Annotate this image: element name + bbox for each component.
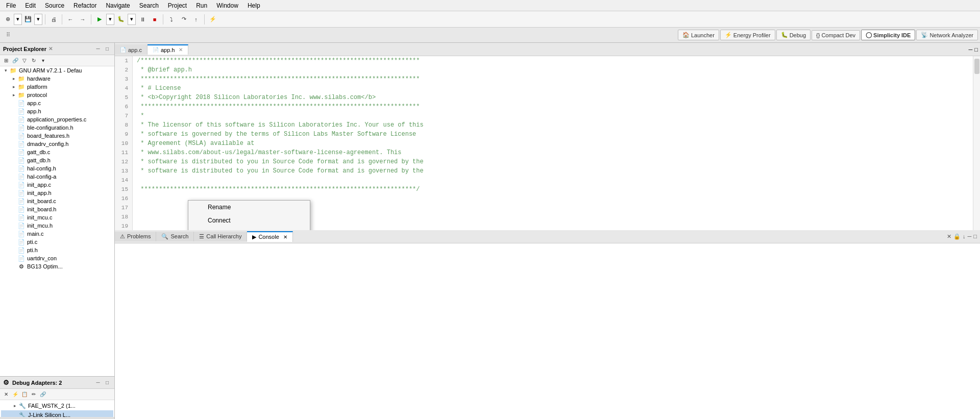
- debug-toolbar-btn1[interactable]: ✕: [2, 390, 10, 399]
- toolbar-step-return-btn[interactable]: ↑: [190, 14, 202, 25]
- editor-tab-app-h[interactable]: 📄 app.h ✕: [148, 44, 189, 55]
- toolbar-forward-btn[interactable]: →: [77, 14, 88, 25]
- tree-item[interactable]: 📄gatt_db.c: [0, 148, 114, 156]
- editor-content[interactable]: 1234567891011121314151617181920212223242…: [115, 56, 980, 230]
- debug-minimize-icon[interactable]: ─: [94, 379, 102, 387]
- app-h-tab-close-icon[interactable]: ✕: [179, 47, 183, 53]
- editor-tab-app-c[interactable]: 📄 app.c: [115, 44, 148, 55]
- menu-navigate[interactable]: Navigate: [102, 1, 134, 10]
- bottom-tab-call-hierarchy[interactable]: ☰ Call Hierarchy: [194, 232, 247, 241]
- tree-filter-btn[interactable]: ▽: [20, 57, 29, 65]
- minimize-icon[interactable]: ─: [94, 45, 102, 53]
- debug-toolbar-btn4[interactable]: ✏: [30, 390, 38, 399]
- perspective-compact-dev[interactable]: {} Compact Dev: [812, 30, 860, 40]
- tree-item[interactable]: 📄main.c: [0, 230, 114, 238]
- tree-item[interactable]: 📄gatt_db.h: [0, 156, 114, 164]
- toolbar-print-btn[interactable]: 🖨: [48, 14, 59, 25]
- menu-help[interactable]: Help: [243, 1, 264, 10]
- tree-item[interactable]: ⚙BG13 Optim...: [0, 262, 114, 270]
- debug-adapter-item[interactable]: ▸🔧FAE_WSTK_2 (1...: [1, 401, 113, 410]
- bottom-clear-icon[interactable]: ✕: [947, 233, 951, 240]
- menu-project[interactable]: Project: [164, 1, 191, 10]
- menu-file[interactable]: File: [2, 1, 20, 10]
- editor-scrollbar[interactable]: [973, 56, 980, 230]
- toolbar-run-dropdown[interactable]: ▾: [106, 14, 114, 25]
- panel-resize-handle[interactable]: ···: [0, 417, 114, 419]
- console-tab-close-icon[interactable]: ✕: [283, 234, 287, 240]
- toolbar-save-dropdown[interactable]: ▾: [34, 14, 42, 25]
- code-line: ****************************************…: [137, 75, 976, 84]
- editor-minimize-icon[interactable]: ─: [969, 46, 973, 53]
- debug-toolbar-btn3[interactable]: 📋: [20, 390, 29, 399]
- debug-maximize-icon[interactable]: □: [103, 379, 111, 387]
- toolbar-run-btn[interactable]: ▶: [94, 14, 105, 25]
- context-menu-item[interactable]: Disconnect: [188, 227, 310, 230]
- perspective-debug[interactable]: 🐛 Debug: [776, 30, 811, 40]
- menu-refactor[interactable]: Refactor: [69, 1, 101, 10]
- perspective-launcher[interactable]: 🏠 Launcher: [678, 30, 719, 40]
- toolbar-step-into-btn[interactable]: ⤵: [166, 14, 177, 25]
- tree-menu-btn[interactable]: ▾: [39, 57, 47, 65]
- tree-link-btn[interactable]: 🔗: [11, 57, 19, 65]
- tree-item[interactable]: 📄init_mcu.h: [0, 221, 114, 230]
- toolbar-step-over-btn[interactable]: ↷: [178, 14, 189, 25]
- perspective-simplicity-ide[interactable]: ◯ Simplicity IDE: [861, 30, 915, 40]
- context-menu-item[interactable]: Rename: [188, 201, 310, 214]
- tree-item[interactable]: 📄app.h: [0, 107, 114, 115]
- tree-item[interactable]: ▸📁hardware: [0, 75, 114, 83]
- bottom-tab-search[interactable]: 🔍 Search: [156, 232, 194, 241]
- tree-item[interactable]: ▸📁platform: [0, 83, 114, 91]
- tree-item[interactable]: 📄pti.c: [0, 238, 114, 246]
- tree-item[interactable]: ▾📁GNU ARM v7.2.1 - Defau: [0, 66, 114, 75]
- tree-item[interactable]: 📄board_features.h: [0, 132, 114, 140]
- editor-maximize-icon[interactable]: □: [974, 46, 978, 53]
- tree-item[interactable]: 📄init_mcu.c: [0, 213, 114, 221]
- tree-item[interactable]: 📄init_board.c: [0, 197, 114, 205]
- bottom-lock-icon[interactable]: 🔒: [953, 233, 961, 240]
- bottom-scroll-icon[interactable]: ↓: [963, 233, 966, 239]
- menu-window[interactable]: Window: [212, 1, 242, 10]
- tree-item[interactable]: 📄init_app.h: [0, 189, 114, 197]
- perspective-network-analyzer[interactable]: 📡 Network Analyzer: [916, 30, 978, 40]
- menu-search[interactable]: Search: [135, 1, 163, 10]
- bottom-maximize-icon[interactable]: □: [973, 233, 977, 239]
- code-line: * @brief app.h: [137, 65, 976, 75]
- menu-run[interactable]: Run: [192, 1, 211, 10]
- tree-item[interactable]: 📄init_app.c: [0, 181, 114, 189]
- tree-item[interactable]: 📄uartdrv_con: [0, 254, 114, 262]
- tree-item[interactable]: 📄ble-configuration.h: [0, 124, 114, 132]
- debug-toolbar-btn2[interactable]: ⚡: [11, 390, 19, 399]
- tree-item[interactable]: 📄app.c: [0, 99, 114, 107]
- toolbar-new-dropdown[interactable]: ▾: [14, 14, 22, 25]
- tree-item[interactable]: 📄init_board.h: [0, 205, 114, 213]
- debug-perspective-icon: 🐛: [781, 32, 788, 38]
- debug-toolbar-btn5[interactable]: 🔗: [39, 390, 47, 399]
- tree-item-icon: 📄: [17, 157, 26, 164]
- tree-refresh-btn[interactable]: ↻: [30, 57, 38, 65]
- tree-item[interactable]: 📄dmadrv_config.h: [0, 140, 114, 148]
- toolbar-new-btn[interactable]: ⊕: [2, 14, 13, 25]
- perspective-energy-profiler[interactable]: ⚡ Energy Profiler: [720, 30, 775, 40]
- tree-item[interactable]: 📄application_properties.c: [0, 115, 114, 124]
- toolbar-debug-dropdown[interactable]: ▾: [128, 14, 136, 25]
- bottom-tab-problems[interactable]: ⚠ Problems: [115, 232, 156, 241]
- bottom-minimize-icon[interactable]: ─: [968, 233, 972, 239]
- toolbar-extra-btn[interactable]: ⚡: [207, 14, 218, 25]
- toolbar-stop-btn[interactable]: ■: [149, 14, 160, 25]
- scrollbar-thumb[interactable]: [974, 59, 979, 74]
- toolbar-back-btn[interactable]: ←: [65, 14, 76, 25]
- toolbar-debug-btn[interactable]: 🐛: [115, 14, 127, 25]
- maximize-icon[interactable]: □: [103, 45, 111, 53]
- toolbar-pause-btn[interactable]: ⏸: [137, 14, 148, 25]
- tree-item[interactable]: 📄hal-config-a: [0, 172, 114, 181]
- menu-edit[interactable]: Edit: [21, 1, 40, 10]
- context-menu-item[interactable]: Connect: [188, 214, 310, 227]
- tree-item[interactable]: 📄hal-config.h: [0, 164, 114, 172]
- tree-item-icon: 📄: [17, 247, 26, 254]
- tree-collapse-btn[interactable]: ⊞: [2, 57, 10, 65]
- tree-item[interactable]: 📄pti.h: [0, 246, 114, 254]
- tree-item[interactable]: ▸📁protocol: [0, 91, 114, 99]
- bottom-tab-console[interactable]: ▶ Console ✕: [247, 231, 292, 242]
- toolbar-btn-2[interactable]: 💾: [22, 14, 34, 25]
- menu-source[interactable]: Source: [41, 1, 68, 10]
